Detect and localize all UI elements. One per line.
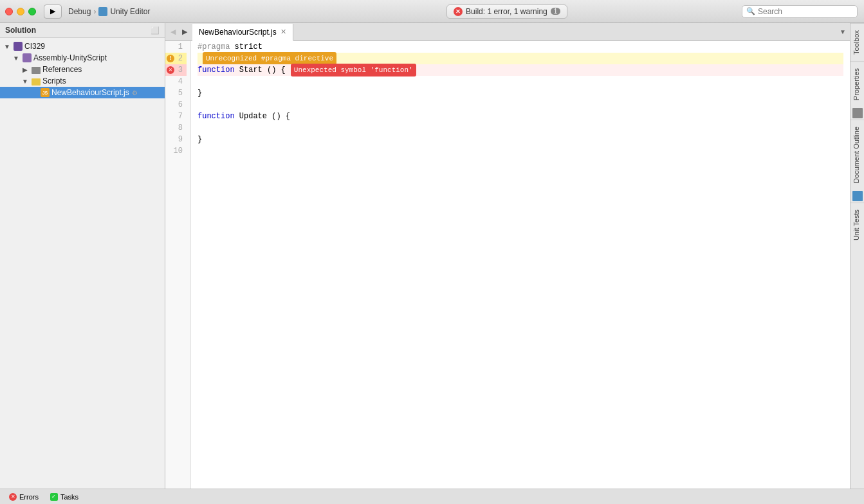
close-brace-1: } bbox=[198, 87, 202, 99]
maximize-button[interactable] bbox=[28, 8, 36, 15]
file-settings-icon[interactable]: ⚙ bbox=[132, 89, 138, 96]
code-line-2: Unrecognized #pragma directive bbox=[198, 53, 843, 64]
toggle-references[interactable]: ▶ bbox=[21, 66, 30, 73]
gutter-4: 4 bbox=[165, 76, 187, 87]
toggle-ci329[interactable]: ▼ bbox=[3, 43, 12, 50]
gutter-5: 5 bbox=[165, 87, 187, 99]
document-outline-panel-tab[interactable]: Document Outline bbox=[850, 120, 864, 190]
code-line-5: } bbox=[198, 87, 843, 99]
tab-bar: ◀ ▶ NewBehaviourScript.js ✕ ▼ bbox=[165, 23, 850, 41]
gutter-8: 8 bbox=[165, 122, 187, 134]
sidebar-header: Solution ⬜ bbox=[0, 23, 165, 38]
error-gutter-icon: ✕ bbox=[167, 66, 174, 74]
gutter-3: ✕ 3 bbox=[165, 64, 187, 76]
start-fn: Start () { bbox=[235, 64, 286, 76]
tab-label-newbehaviour: NewBehaviourScript.js bbox=[199, 28, 277, 37]
build-status[interactable]: ✕ Build: 1 error, 1 warning 1 bbox=[446, 4, 567, 19]
build-error-icon: ✕ bbox=[454, 7, 463, 16]
gutter-2: ! 2 bbox=[165, 53, 187, 64]
warning-tooltip: Unrecognized #pragma directive bbox=[203, 52, 336, 65]
sidebar-title: Solution bbox=[5, 26, 36, 35]
project-icon bbox=[23, 53, 32, 62]
code-editor[interactable]: 1 ! 2 ✕ 3 4 5 6 7 8 9 10 #p bbox=[165, 41, 850, 489]
toolbox-panel-tab[interactable]: Toolbox bbox=[850, 23, 864, 61]
sidebar-item-scripts[interactable]: ▼ Scripts bbox=[0, 75, 165, 87]
solution-icon bbox=[14, 42, 23, 51]
js-file-icon: JS bbox=[41, 88, 50, 97]
properties-panel-tab[interactable]: Properties bbox=[850, 61, 864, 107]
unit-tests-panel-tab[interactable]: Unit Tests bbox=[850, 203, 864, 247]
status-bar: ✕ Errors ✓ Tasks bbox=[0, 489, 864, 504]
sidebar-item-references[interactable]: ▶ References bbox=[0, 64, 165, 75]
main-area: Solution ⬜ ▼ CI329 ▼ Assembly-UnityScrip… bbox=[0, 23, 864, 489]
sidebar-item-newbehaviour[interactable]: JS NewBehaviourScript.js ⚙ bbox=[0, 87, 165, 98]
toggle-scripts[interactable]: ▼ bbox=[21, 78, 30, 85]
gutter-9: 9 bbox=[165, 134, 187, 145]
search-icon: 🔍 bbox=[746, 7, 755, 15]
nav-arrows: ◀ ▶ bbox=[165, 23, 192, 40]
warning-gutter-icon: ! bbox=[167, 55, 174, 62]
tasks-status-item[interactable]: ✓ Tasks bbox=[46, 492, 82, 502]
tab-close-newbehaviour[interactable]: ✕ bbox=[280, 28, 286, 35]
close-button[interactable] bbox=[5, 8, 13, 15]
target-label: Unity Editor bbox=[110, 7, 150, 16]
sidebar-item-assembly[interactable]: ▼ Assembly-UnityScript bbox=[0, 52, 165, 64]
gutter-10: 10 bbox=[165, 145, 187, 157]
scripts-folder-icon bbox=[32, 78, 41, 86]
function-kw-1: function bbox=[198, 64, 235, 76]
properties-icon bbox=[852, 108, 863, 118]
code-line-10 bbox=[198, 145, 843, 157]
sidebar-close-icon[interactable]: ⬜ bbox=[151, 26, 160, 35]
status-check-icon: ✓ bbox=[50, 493, 58, 501]
code-line-4 bbox=[198, 76, 843, 87]
minimize-button[interactable] bbox=[17, 8, 24, 15]
tab-newbehaviour[interactable]: NewBehaviourScript.js ✕ bbox=[192, 24, 293, 41]
references-icon bbox=[32, 67, 41, 74]
code-line-6 bbox=[198, 99, 843, 111]
gutter-7: 7 bbox=[165, 111, 187, 122]
search-input[interactable] bbox=[758, 7, 848, 16]
function-kw-2: function bbox=[198, 111, 235, 122]
play-button[interactable]: ▶ bbox=[44, 4, 62, 19]
update-fn: Update () { bbox=[235, 111, 290, 122]
build-status-text: Build: 1 error, 1 warning bbox=[466, 7, 547, 16]
pragma-token: #pragma bbox=[198, 41, 230, 53]
close-brace-2: } bbox=[198, 134, 202, 145]
pragma-value: strict bbox=[230, 41, 262, 53]
tasks-label: Tasks bbox=[60, 493, 78, 501]
tree-area: ▼ CI329 ▼ Assembly-UnityScript ▶ Referen… bbox=[0, 38, 165, 489]
build-badge: 1 bbox=[551, 8, 561, 15]
toggle-assembly[interactable]: ▼ bbox=[12, 55, 21, 62]
sidebar-label-ci329: CI329 bbox=[24, 42, 45, 51]
right-sidebar: Toolbox Properties Document Outline Unit… bbox=[850, 23, 864, 489]
code-lines[interactable]: #pragma strict Unrecognized #pragma dire… bbox=[191, 41, 850, 489]
errors-status-item[interactable]: ✕ Errors bbox=[5, 492, 42, 502]
breadcrumb-sep: › bbox=[93, 7, 96, 16]
error-tooltip: Unexpected symbol 'function' bbox=[291, 64, 416, 76]
errors-label: Errors bbox=[19, 493, 39, 501]
code-line-9: } bbox=[198, 134, 843, 145]
sidebar-item-ci329[interactable]: ▼ CI329 bbox=[0, 40, 165, 52]
code-line-3: function Start () { Unexpected symbol 'f… bbox=[198, 64, 843, 76]
breadcrumb: Debug › Unity Editor bbox=[68, 7, 150, 16]
sidebar-label-scripts: Scripts bbox=[42, 76, 66, 86]
search-area[interactable]: 🔍 bbox=[742, 5, 858, 18]
nav-back-arrow[interactable]: ◀ bbox=[168, 26, 178, 37]
titlebar: ▶ Debug › Unity Editor ✕ Build: 1 error,… bbox=[0, 0, 864, 23]
tab-dropdown[interactable]: ▼ bbox=[836, 23, 850, 40]
gutter-1: 1 bbox=[165, 41, 187, 53]
line-gutter: 1 ! 2 ✕ 3 4 5 6 7 8 9 10 bbox=[165, 41, 191, 489]
code-line-7: function Update () { bbox=[198, 111, 843, 122]
code-line-1: #pragma strict bbox=[198, 41, 843, 53]
sidebar: Solution ⬜ ▼ CI329 ▼ Assembly-UnityScrip… bbox=[0, 23, 165, 489]
gutter-6: 6 bbox=[165, 99, 187, 111]
sidebar-label-assembly: Assembly-UnityScript bbox=[33, 53, 107, 62]
nav-forward-arrow[interactable]: ▶ bbox=[179, 26, 190, 37]
status-error-icon: ✕ bbox=[9, 493, 17, 501]
unity-editor-icon bbox=[98, 7, 107, 16]
editor-area: ◀ ▶ NewBehaviourScript.js ✕ ▼ 1 ! 2 ✕ 3 bbox=[165, 23, 850, 489]
debug-label: Debug bbox=[68, 7, 91, 16]
sidebar-label-references: References bbox=[42, 65, 82, 74]
window-controls bbox=[5, 8, 36, 15]
unit-tests-icon bbox=[852, 191, 863, 201]
